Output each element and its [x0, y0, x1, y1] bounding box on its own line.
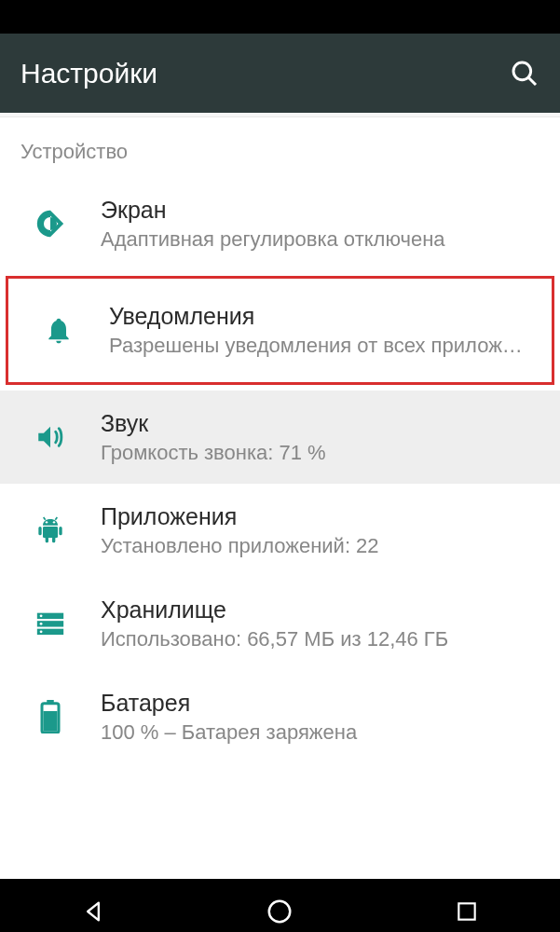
- content: Устройство Экран Адаптивная регулировка …: [0, 117, 560, 879]
- item-title: Звук: [101, 410, 540, 437]
- volume-icon: [0, 421, 101, 453]
- bell-icon: [8, 316, 109, 346]
- item-title: Экран: [101, 197, 540, 224]
- android-icon: [0, 515, 101, 545]
- svg-point-16: [40, 623, 43, 625]
- settings-item-battery[interactable]: Батарея 100 % – Батарея заряжена: [0, 670, 560, 763]
- section-header-device: Устройство: [0, 117, 560, 177]
- battery-icon: [0, 700, 101, 733]
- svg-point-17: [40, 630, 43, 633]
- svg-line-5: [44, 517, 46, 520]
- settings-item-storage[interactable]: Хранилище Использовано: 66,57 МБ из 12,4…: [0, 577, 560, 670]
- display-icon: [0, 208, 101, 240]
- page-title: Настройки: [20, 58, 157, 89]
- app-bar: Настройки: [0, 34, 560, 113]
- recents-button[interactable]: [420, 879, 513, 932]
- settings-item-apps[interactable]: Приложения Установлено приложений: 22: [0, 484, 560, 577]
- svg-rect-20: [44, 711, 58, 732]
- svg-point-0: [513, 62, 531, 80]
- svg-line-1: [528, 77, 536, 85]
- svg-point-21: [269, 901, 291, 923]
- item-title: Приложения: [101, 503, 540, 530]
- item-title: Хранилище: [101, 596, 540, 624]
- svg-rect-8: [38, 527, 41, 535]
- home-button[interactable]: [233, 879, 326, 932]
- item-subtitle: 100 % – Батарея заряжена: [101, 720, 540, 745]
- svg-rect-7: [43, 527, 58, 538]
- svg-rect-10: [46, 537, 48, 543]
- recents-icon: [455, 899, 479, 924]
- svg-point-3: [46, 521, 48, 523]
- navigation-bar: [0, 879, 560, 932]
- item-title: Батарея: [101, 690, 540, 717]
- settings-item-notifications[interactable]: Уведомления Разрешены уведомления от все…: [6, 276, 554, 385]
- status-bar: [0, 0, 560, 34]
- settings-item-sound[interactable]: Звук Громкость звонка: 71 %: [0, 391, 560, 484]
- svg-line-6: [55, 517, 57, 520]
- home-icon: [266, 898, 294, 925]
- settings-item-display[interactable]: Экран Адаптивная регулировка отключена: [0, 177, 560, 270]
- back-button[interactable]: [47, 879, 140, 932]
- item-subtitle: Использовано: 66,57 МБ из 12,46 ГБ: [101, 627, 540, 651]
- svg-rect-9: [59, 527, 61, 535]
- item-subtitle: Разрешены уведомления от всех приложе…: [109, 334, 531, 358]
- back-icon: [80, 898, 106, 925]
- svg-point-15: [40, 614, 43, 617]
- item-subtitle: Адаптивная регулировка отключена: [101, 227, 540, 252]
- storage-icon: [0, 608, 101, 639]
- svg-point-4: [53, 521, 55, 523]
- svg-rect-11: [52, 537, 55, 543]
- search-icon: [510, 59, 540, 89]
- item-subtitle: Установлено приложений: 22: [101, 534, 540, 558]
- item-title: Уведомления: [109, 303, 531, 330]
- search-button[interactable]: [510, 59, 540, 89]
- item-subtitle: Громкость звонка: 71 %: [101, 441, 540, 465]
- svg-rect-22: [458, 903, 474, 919]
